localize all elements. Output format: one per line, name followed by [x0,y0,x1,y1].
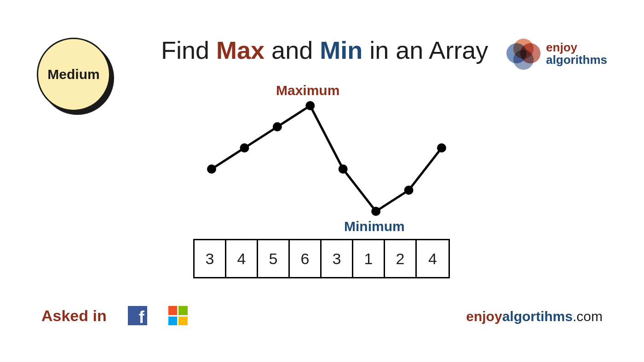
svg-point-7 [437,143,446,153]
brand-line1: enjoy [546,41,607,54]
array-row: 34563124 [193,239,450,278]
minimum-label: Minimum [344,219,405,234]
chart-svg [193,83,451,239]
svg-point-4 [339,164,348,174]
array-cell: 3 [322,240,353,277]
array-cell: 3 [195,240,226,277]
brand-logo: enjoy algorithms [506,37,607,71]
svg-point-2 [273,122,282,131]
array-cell: 4 [417,240,448,277]
brand-name: enjoy algorithms [546,41,607,67]
array-cell: 5 [258,240,290,277]
microsoft-icon [168,306,188,325]
site-bold2: algortihms [502,309,573,324]
page-title: Find Max and Min in an Array [161,36,488,64]
array-cell: 6 [290,240,322,277]
difficulty-badge: Medium [37,38,110,111]
title-mid: and [264,36,320,64]
title-min: Min [320,36,362,64]
facebook-icon [128,306,147,325]
title-suffix: in an Array [362,36,488,64]
brand-line2: algorithms [546,54,607,66]
site-rest: .com [573,309,603,324]
line-chart: Maximum Minimum [193,83,451,239]
title-prefix: Find [161,36,216,64]
asked-in-label: Asked in [41,307,107,325]
array-cell: 1 [353,240,385,277]
site-url: enjoyalgortihms.com [466,309,603,324]
title-max: Max [216,36,264,64]
asked-in-row: Asked in [41,306,188,325]
site-bold1: enjoy [466,309,502,324]
difficulty-label: Medium [37,38,110,111]
svg-point-1 [240,143,249,153]
svg-point-5 [371,207,380,216]
svg-point-3 [305,101,315,110]
svg-point-6 [404,186,414,195]
logo-mark-icon [506,37,540,71]
svg-point-0 [207,164,216,174]
array-cell: 4 [226,240,258,277]
maximum-label: Maximum [276,83,339,98]
array-cell: 2 [385,240,417,277]
